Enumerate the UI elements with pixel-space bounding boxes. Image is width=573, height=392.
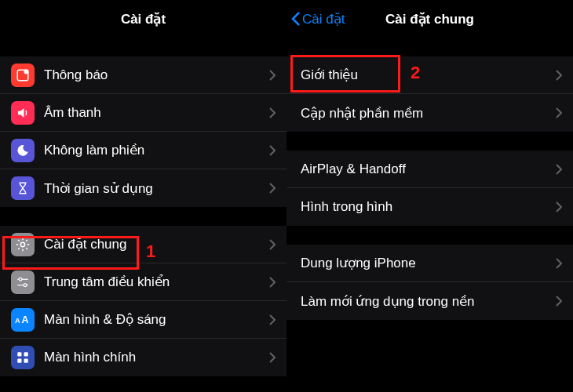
- annotation-number-1: 1: [146, 241, 155, 262]
- row-label: Dung lượng iPhone: [301, 255, 556, 271]
- general-title: Cài đặt chung: [385, 11, 474, 27]
- row-control-center[interactable]: Trung tâm điều khiển: [0, 263, 286, 301]
- hourglass-icon: [11, 176, 35, 200]
- sliders-icon: [11, 270, 35, 294]
- row-label: Trung tâm điều khiển: [44, 274, 269, 290]
- chevron-right-icon: [269, 145, 276, 156]
- chevron-right-icon: [269, 107, 276, 118]
- chevron-right-icon: [556, 258, 562, 269]
- general-group-2: AirPlay & Handoff Hình trong hình: [286, 151, 573, 226]
- row-label: Thông báo: [44, 67, 269, 83]
- row-label: Âm thanh: [44, 105, 269, 121]
- notifications-icon: [11, 64, 35, 87]
- row-software-update[interactable]: Cập nhật phần mềm: [286, 94, 573, 132]
- chevron-right-icon: [556, 70, 562, 81]
- row-label: AirPlay & Handoff: [301, 162, 556, 177]
- row-homescreen[interactable]: Màn hình chính: [0, 339, 286, 376]
- grid-icon: [11, 346, 35, 369]
- back-label: Cài đặt: [302, 11, 345, 27]
- svg-rect-12: [24, 352, 28, 356]
- row-airplay-handoff[interactable]: AirPlay & Handoff: [286, 151, 573, 188]
- row-about[interactable]: Giới thiệu: [286, 56, 573, 94]
- svg-text:A: A: [15, 316, 20, 324]
- row-dnd[interactable]: Không làm phiền: [0, 132, 286, 169]
- row-background-app-refresh[interactable]: Làm mới ứng dụng trong nền: [286, 282, 573, 320]
- settings-title: Cài đặt: [121, 11, 166, 27]
- row-screentime[interactable]: Thời gian sử dụng: [0, 169, 286, 207]
- spacer: [286, 226, 573, 245]
- chevron-left-icon: [291, 11, 301, 27]
- chevron-right-icon: [269, 352, 276, 363]
- sound-icon: [11, 101, 35, 125]
- row-picture-in-picture[interactable]: Hình trong hình: [286, 188, 573, 226]
- svg-point-6: [24, 283, 27, 286]
- svg-rect-13: [17, 359, 21, 363]
- annotation-number-2: 2: [411, 63, 420, 83]
- general-group-3: Dung lượng iPhone Làm mới ứng dụng trong…: [286, 245, 573, 320]
- spacer: [286, 38, 573, 56]
- text-size-icon: AA: [11, 308, 35, 332]
- chevron-right-icon: [269, 239, 276, 250]
- chevron-right-icon: [269, 314, 276, 325]
- row-label: Màn hình & Độ sáng: [44, 311, 269, 328]
- chevron-right-icon: [556, 164, 562, 175]
- back-button[interactable]: Cài đặt: [291, 0, 345, 38]
- row-label: Hình trong hình: [301, 199, 556, 215]
- chevron-right-icon: [556, 201, 562, 212]
- row-notifications[interactable]: Thông báo: [0, 56, 286, 94]
- row-general[interactable]: Cài đặt chung: [0, 226, 286, 263]
- moon-icon: [11, 139, 35, 162]
- row-iphone-storage[interactable]: Dung lượng iPhone: [286, 245, 573, 282]
- row-label: Làm mới ứng dụng trong nền: [301, 293, 556, 310]
- chevron-right-icon: [269, 183, 276, 194]
- chevron-right-icon: [269, 70, 276, 81]
- row-label: Không làm phiền: [44, 142, 269, 158]
- svg-point-1: [24, 69, 29, 74]
- chevron-right-icon: [269, 277, 276, 288]
- spacer: [286, 132, 573, 151]
- svg-rect-14: [24, 359, 28, 363]
- row-label: Giới thiệu: [301, 67, 556, 83]
- general-group-1: Giới thiệu Cập nhật phần mềm: [286, 56, 573, 132]
- svg-point-3: [19, 278, 22, 281]
- row-label: Màn hình chính: [44, 350, 269, 365]
- settings-header: Cài đặt: [0, 0, 286, 38]
- svg-text:A: A: [21, 314, 28, 325]
- settings-group-2: Cài đặt chung Trung tâm điều khiển AA Mà…: [0, 226, 286, 376]
- svg-point-2: [20, 242, 24, 246]
- spacer: [0, 38, 286, 56]
- chevron-right-icon: [556, 296, 562, 307]
- settings-root-pane: Cài đặt Thông báo Âm thanh: [0, 0, 286, 392]
- general-header: Cài đặt Cài đặt chung: [286, 0, 573, 38]
- row-label: Cập nhật phần mềm: [301, 105, 556, 122]
- chevron-right-icon: [556, 107, 562, 118]
- spacer: [0, 207, 286, 226]
- row-display[interactable]: AA Màn hình & Độ sáng: [0, 301, 286, 339]
- svg-rect-11: [17, 352, 21, 356]
- settings-group-1: Thông báo Âm thanh Không làm phiền: [0, 56, 286, 207]
- general-settings-pane: Cài đặt Cài đặt chung Giới thiệu Cập nhậ…: [286, 0, 573, 392]
- gear-icon: [11, 233, 35, 256]
- row-label: Cài đặt chung: [44, 236, 269, 252]
- row-sounds[interactable]: Âm thanh: [0, 94, 286, 132]
- row-label: Thời gian sử dụng: [44, 180, 269, 197]
